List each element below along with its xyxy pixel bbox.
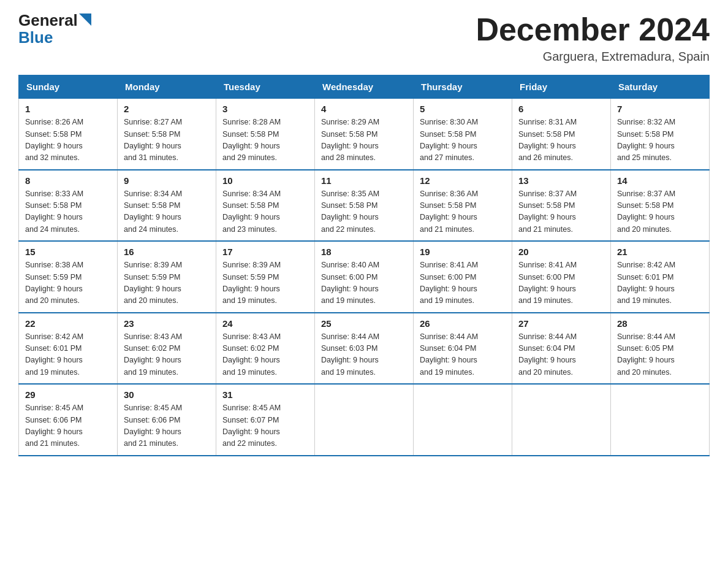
day-info: Sunrise: 8:34 AM Sunset: 5:58 PM Dayligh… <box>222 188 308 236</box>
day-number: 6 <box>518 104 604 114</box>
calendar-cell: 19 Sunrise: 8:41 AM Sunset: 6:00 PM Dayl… <box>414 241 512 313</box>
header-friday: Friday <box>512 75 611 99</box>
logo-arrow-icon <box>79 13 91 26</box>
calendar-cell: 10 Sunrise: 8:34 AM Sunset: 5:58 PM Dayl… <box>216 170 315 242</box>
day-info: Sunrise: 8:44 AM Sunset: 6:03 PM Dayligh… <box>321 331 407 379</box>
calendar-cell: 21 Sunrise: 8:42 AM Sunset: 6:01 PM Dayl… <box>611 241 710 313</box>
day-number: 19 <box>420 247 506 257</box>
day-info: Sunrise: 8:41 AM Sunset: 6:00 PM Dayligh… <box>420 259 506 307</box>
day-number: 17 <box>222 247 308 257</box>
calendar-cell <box>414 384 512 456</box>
day-number: 14 <box>617 175 703 186</box>
day-info: Sunrise: 8:44 AM Sunset: 6:05 PM Dayligh… <box>617 331 703 379</box>
day-number: 4 <box>321 104 407 114</box>
calendar-cell: 16 Sunrise: 8:39 AM Sunset: 5:59 PM Dayl… <box>118 241 216 313</box>
calendar-cell: 17 Sunrise: 8:39 AM Sunset: 5:59 PM Dayl… <box>216 241 315 313</box>
day-number: 30 <box>124 389 210 400</box>
day-info: Sunrise: 8:37 AM Sunset: 5:58 PM Dayligh… <box>518 188 604 236</box>
day-number: 10 <box>222 175 308 186</box>
day-info: Sunrise: 8:45 AM Sunset: 6:07 PM Dayligh… <box>222 402 308 450</box>
day-number: 18 <box>321 247 407 257</box>
logo: General Blue <box>18 12 91 45</box>
day-info: Sunrise: 8:27 AM Sunset: 5:58 PM Dayligh… <box>124 117 210 164</box>
page-header: General Blue December 2024 Garguera, Ext… <box>18 12 710 64</box>
day-number: 27 <box>518 318 604 329</box>
day-info: Sunrise: 8:38 AM Sunset: 5:59 PM Dayligh… <box>25 259 111 307</box>
day-info: Sunrise: 8:31 AM Sunset: 5:58 PM Dayligh… <box>518 117 604 164</box>
day-info: Sunrise: 8:45 AM Sunset: 6:06 PM Dayligh… <box>25 402 111 450</box>
calendar-body: 1 Sunrise: 8:26 AM Sunset: 5:58 PM Dayli… <box>19 99 710 456</box>
calendar-cell: 3 Sunrise: 8:28 AM Sunset: 5:58 PM Dayli… <box>216 99 315 170</box>
calendar-week-3: 15 Sunrise: 8:38 AM Sunset: 5:59 PM Dayl… <box>19 241 710 313</box>
calendar-cell: 23 Sunrise: 8:43 AM Sunset: 6:02 PM Dayl… <box>118 313 216 385</box>
calendar-cell: 13 Sunrise: 8:37 AM Sunset: 5:58 PM Dayl… <box>512 170 611 242</box>
day-number: 9 <box>124 175 210 186</box>
day-number: 23 <box>124 318 210 329</box>
calendar-cell: 9 Sunrise: 8:34 AM Sunset: 5:58 PM Dayli… <box>118 170 216 242</box>
day-info: Sunrise: 8:44 AM Sunset: 6:04 PM Dayligh… <box>420 331 506 379</box>
day-number: 31 <box>222 389 308 400</box>
day-info: Sunrise: 8:28 AM Sunset: 5:58 PM Dayligh… <box>222 117 308 164</box>
calendar-cell: 8 Sunrise: 8:33 AM Sunset: 5:58 PM Dayli… <box>19 170 118 242</box>
subtitle: Garguera, Extremadura, Spain <box>476 50 710 64</box>
day-info: Sunrise: 8:33 AM Sunset: 5:58 PM Dayligh… <box>25 188 111 236</box>
calendar-cell <box>512 384 611 456</box>
calendar-cell: 28 Sunrise: 8:44 AM Sunset: 6:05 PM Dayl… <box>611 313 710 385</box>
header-wednesday: Wednesday <box>315 75 414 99</box>
calendar-cell: 2 Sunrise: 8:27 AM Sunset: 5:58 PM Dayli… <box>118 99 216 170</box>
day-number: 3 <box>222 104 308 114</box>
header-monday: Monday <box>118 75 216 99</box>
header-sunday: Sunday <box>19 75 118 99</box>
day-info: Sunrise: 8:34 AM Sunset: 5:58 PM Dayligh… <box>124 188 210 236</box>
day-info: Sunrise: 8:26 AM Sunset: 5:58 PM Dayligh… <box>25 117 111 164</box>
calendar-cell: 18 Sunrise: 8:40 AM Sunset: 6:00 PM Dayl… <box>315 241 414 313</box>
calendar-cell: 31 Sunrise: 8:45 AM Sunset: 6:07 PM Dayl… <box>216 384 315 456</box>
day-info: Sunrise: 8:45 AM Sunset: 6:06 PM Dayligh… <box>124 402 210 450</box>
calendar-week-5: 29 Sunrise: 8:45 AM Sunset: 6:06 PM Dayl… <box>19 384 710 456</box>
calendar-header: Sunday Monday Tuesday Wednesday Thursday… <box>19 75 710 99</box>
calendar-week-2: 8 Sunrise: 8:33 AM Sunset: 5:58 PM Dayli… <box>19 170 710 242</box>
day-number: 8 <box>25 175 111 186</box>
logo-blue-text: Blue <box>18 29 91 45</box>
calendar-cell: 5 Sunrise: 8:30 AM Sunset: 5:58 PM Dayli… <box>414 99 512 170</box>
calendar-cell: 27 Sunrise: 8:44 AM Sunset: 6:04 PM Dayl… <box>512 313 611 385</box>
day-info: Sunrise: 8:41 AM Sunset: 6:00 PM Dayligh… <box>518 259 604 307</box>
day-info: Sunrise: 8:36 AM Sunset: 5:58 PM Dayligh… <box>420 188 506 236</box>
day-number: 16 <box>124 247 210 257</box>
day-number: 5 <box>420 104 506 114</box>
calendar-cell <box>611 384 710 456</box>
day-number: 20 <box>518 247 604 257</box>
calendar-cell: 26 Sunrise: 8:44 AM Sunset: 6:04 PM Dayl… <box>414 313 512 385</box>
day-number: 7 <box>617 104 703 114</box>
title-block: December 2024 Garguera, Extremadura, Spa… <box>476 12 710 64</box>
day-number: 26 <box>420 318 506 329</box>
day-info: Sunrise: 8:39 AM Sunset: 5:59 PM Dayligh… <box>222 259 308 307</box>
day-number: 28 <box>617 318 703 329</box>
calendar-cell: 25 Sunrise: 8:44 AM Sunset: 6:03 PM Dayl… <box>315 313 414 385</box>
calendar-week-1: 1 Sunrise: 8:26 AM Sunset: 5:58 PM Dayli… <box>19 99 710 170</box>
calendar-cell: 24 Sunrise: 8:43 AM Sunset: 6:02 PM Dayl… <box>216 313 315 385</box>
day-number: 29 <box>25 389 111 400</box>
day-info: Sunrise: 8:43 AM Sunset: 6:02 PM Dayligh… <box>124 331 210 379</box>
calendar-cell: 11 Sunrise: 8:35 AM Sunset: 5:58 PM Dayl… <box>315 170 414 242</box>
calendar-week-4: 22 Sunrise: 8:42 AM Sunset: 6:01 PM Dayl… <box>19 313 710 385</box>
day-info: Sunrise: 8:39 AM Sunset: 5:59 PM Dayligh… <box>124 259 210 307</box>
calendar-cell: 7 Sunrise: 8:32 AM Sunset: 5:58 PM Dayli… <box>611 99 710 170</box>
day-number: 21 <box>617 247 703 257</box>
day-info: Sunrise: 8:42 AM Sunset: 6:01 PM Dayligh… <box>25 331 111 379</box>
day-info: Sunrise: 8:32 AM Sunset: 5:58 PM Dayligh… <box>617 117 703 164</box>
day-info: Sunrise: 8:30 AM Sunset: 5:58 PM Dayligh… <box>420 117 506 164</box>
header-thursday: Thursday <box>414 75 512 99</box>
day-number: 1 <box>25 104 111 114</box>
day-number: 15 <box>25 247 111 257</box>
day-info: Sunrise: 8:44 AM Sunset: 6:04 PM Dayligh… <box>518 331 604 379</box>
calendar-cell: 20 Sunrise: 8:41 AM Sunset: 6:00 PM Dayl… <box>512 241 611 313</box>
calendar-cell: 4 Sunrise: 8:29 AM Sunset: 5:58 PM Dayli… <box>315 99 414 170</box>
calendar-cell: 6 Sunrise: 8:31 AM Sunset: 5:58 PM Dayli… <box>512 99 611 170</box>
day-info: Sunrise: 8:40 AM Sunset: 6:00 PM Dayligh… <box>321 259 407 307</box>
day-number: 11 <box>321 175 407 186</box>
day-number: 13 <box>518 175 604 186</box>
header-saturday: Saturday <box>611 75 710 99</box>
day-info: Sunrise: 8:43 AM Sunset: 6:02 PM Dayligh… <box>222 331 308 379</box>
day-info: Sunrise: 8:42 AM Sunset: 6:01 PM Dayligh… <box>617 259 703 307</box>
